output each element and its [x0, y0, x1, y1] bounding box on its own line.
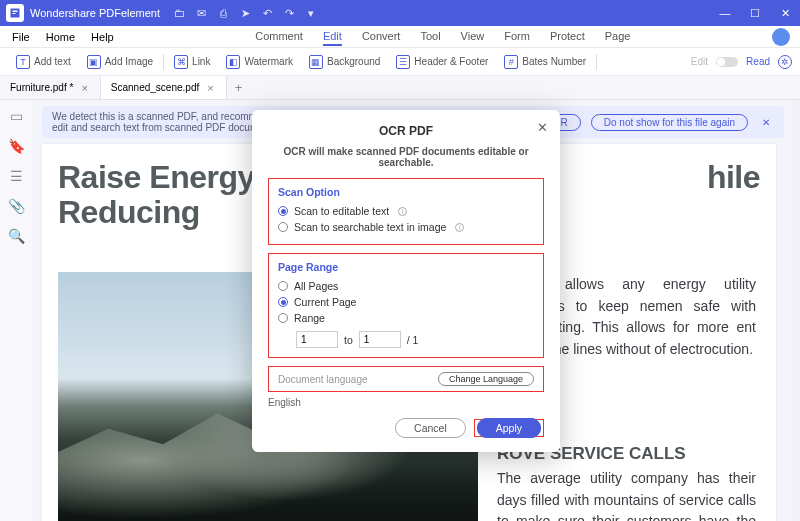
radio-icon [278, 281, 288, 291]
range-option-0[interactable]: All Pages [278, 278, 534, 294]
tool-add-text[interactable]: TAdd text [8, 55, 79, 69]
mode-edit-label: Edit [691, 56, 708, 67]
radio-icon [278, 297, 288, 307]
radio-label: Scan to searchable text in image [294, 221, 446, 233]
cancel-button[interactable]: Cancel [395, 418, 466, 438]
range-to-input[interactable] [359, 331, 401, 348]
tab-scanned_scene-pdf[interactable]: Scanned_scene.pdf× [101, 76, 227, 99]
modal-title: OCR PDF [268, 124, 544, 138]
scan-option-0[interactable]: Scan to editable texti [278, 203, 534, 219]
mode-read-label: Read [746, 56, 770, 67]
range-to-label: to [344, 334, 353, 346]
menu-comment[interactable]: Comment [255, 28, 303, 46]
text-icon: T [16, 55, 30, 69]
print-icon[interactable]: ⎙ [212, 7, 234, 20]
scrollbar[interactable] [792, 100, 800, 521]
doc-body-2: The average utility company has their da… [497, 468, 756, 521]
menu-tool[interactable]: Tool [420, 28, 440, 46]
modal-close-icon[interactable]: ✕ [537, 120, 548, 135]
window-controls: ― ☐ ✕ [710, 7, 800, 20]
toolbar: TAdd text ▣Add Image ⌘Link ◧Watermark ▦B… [0, 48, 800, 76]
menu-home[interactable]: Home [46, 31, 75, 43]
change-language-button[interactable]: Change Language [438, 372, 534, 386]
share-icon[interactable]: ➤ [234, 7, 256, 20]
range-inputs: to / 1 [296, 331, 534, 348]
range-option-2[interactable]: Range [278, 310, 534, 326]
language-label: Document language [278, 374, 368, 385]
side-tools: ▭ 🔖 ☰ 📎 🔍 [0, 100, 34, 521]
hide-banner-button[interactable]: Do not show for this file again [591, 114, 748, 131]
menu-edit[interactable]: Edit [323, 28, 342, 46]
app-title: Wondershare PDFelement [30, 7, 160, 19]
language-value: English [268, 397, 544, 408]
scan-option-1[interactable]: Scan to searchable text in imagei [278, 219, 534, 235]
open-icon[interactable]: 🗀 [168, 7, 190, 20]
attach-icon[interactable]: 📎 [9, 198, 25, 214]
page-range-title: Page Range [278, 261, 534, 273]
radio-icon [278, 222, 288, 232]
tab-furniture-pdf-[interactable]: Furniture.pdf *× [0, 76, 101, 99]
menu-convert[interactable]: Convert [362, 28, 401, 46]
document-tabs: Furniture.pdf *×Scanned_scene.pdf×+ [0, 76, 800, 100]
background-icon: ▦ [309, 55, 323, 69]
tab-close-icon[interactable]: × [81, 82, 87, 94]
image-icon: ▣ [87, 55, 101, 69]
range-from-input[interactable] [296, 331, 338, 348]
info-icon[interactable]: i [455, 223, 464, 232]
bookmark-icon[interactable]: 🔖 [9, 138, 25, 154]
ocr-modal: ✕ OCR PDF OCR will make scanned PDF docu… [252, 110, 560, 452]
modal-subtitle: OCR will make scanned PDF documents edit… [268, 146, 544, 168]
tool-link[interactable]: ⌘Link [166, 55, 218, 69]
new-tab-button[interactable]: + [227, 80, 251, 95]
titlebar-quick-actions: 🗀 ✉ ⎙ ➤ ↶ ↷ ▾ [168, 7, 322, 20]
language-section: Document language Change Language [268, 366, 544, 392]
radio-icon [278, 313, 288, 323]
dropdown-icon[interactable]: ▾ [300, 7, 322, 20]
titlebar: Wondershare PDFelement 🗀 ✉ ⎙ ➤ ↶ ↷ ▾ ― ☐… [0, 0, 800, 26]
radio-icon [278, 206, 288, 216]
thumbnail-icon[interactable]: ▭ [9, 108, 25, 124]
gear-icon[interactable]: ✲ [778, 55, 792, 69]
maximize-button[interactable]: ☐ [740, 7, 770, 20]
radio-label: All Pages [294, 280, 338, 292]
tool-add-image[interactable]: ▣Add Image [79, 55, 161, 69]
menu-help[interactable]: Help [91, 31, 114, 43]
mail-icon[interactable]: ✉ [190, 7, 212, 20]
radio-label: Scan to editable text [294, 205, 389, 217]
link-icon: ⌘ [174, 55, 188, 69]
menu-form[interactable]: Form [504, 28, 530, 46]
banner-close-icon[interactable]: ✕ [758, 117, 774, 128]
scan-option-title: Scan Option [278, 186, 534, 198]
avatar[interactable] [772, 28, 790, 46]
watermark-icon: ◧ [226, 55, 240, 69]
tab-label: Furniture.pdf * [10, 82, 73, 93]
undo-icon[interactable]: ↶ [256, 7, 278, 20]
range-option-1[interactable]: Current Page [278, 294, 534, 310]
menu-file[interactable]: File [12, 31, 30, 43]
range-total: / 1 [407, 334, 419, 346]
tool-bates[interactable]: #Bates Number [496, 55, 594, 69]
scan-option-section: Scan Option Scan to editable textiScan t… [268, 178, 544, 245]
comment-icon[interactable]: ☰ [9, 168, 25, 184]
minimize-button[interactable]: ― [710, 7, 740, 20]
search-icon[interactable]: 🔍 [9, 228, 25, 244]
bates-icon: # [504, 55, 518, 69]
menu-protect[interactable]: Protect [550, 28, 585, 46]
menubar: FileHomeHelp CommentEditConvertToolViewF… [0, 26, 800, 48]
tab-close-icon[interactable]: × [207, 82, 213, 94]
radio-label: Current Page [294, 296, 356, 308]
redo-icon[interactable]: ↷ [278, 7, 300, 20]
radio-label: Range [294, 312, 325, 324]
apply-button[interactable]: Apply [477, 418, 541, 438]
tool-background[interactable]: ▦Background [301, 55, 388, 69]
menu-view[interactable]: View [461, 28, 485, 46]
tool-header-footer[interactable]: ☰Header & Footer [388, 55, 496, 69]
edit-read-toggle[interactable] [716, 57, 738, 67]
tab-label: Scanned_scene.pdf [111, 82, 199, 93]
menu-page[interactable]: Page [605, 28, 631, 46]
tool-watermark[interactable]: ◧Watermark [218, 55, 301, 69]
close-button[interactable]: ✕ [770, 7, 800, 20]
info-icon[interactable]: i [398, 207, 407, 216]
header-footer-icon: ☰ [396, 55, 410, 69]
page-range-section: Page Range All PagesCurrent PageRange to… [268, 253, 544, 358]
